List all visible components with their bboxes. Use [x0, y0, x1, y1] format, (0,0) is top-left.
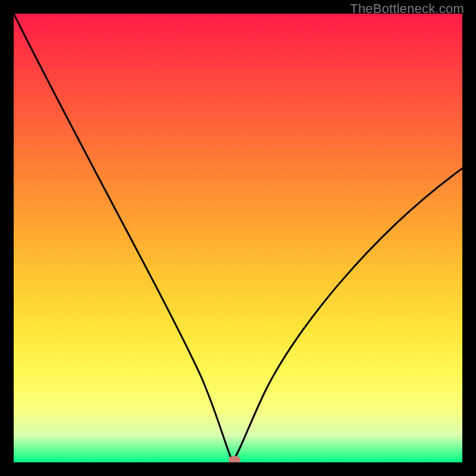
min-point-marker [228, 456, 240, 462]
bottleneck-curve [14, 14, 462, 462]
curve-right-path [233, 168, 462, 461]
plot-area [14, 14, 462, 462]
watermark-label: TheBottleneck.com [350, 1, 464, 17]
curve-left-path [14, 14, 233, 461]
chart-frame: TheBottleneck.com [0, 0, 476, 476]
